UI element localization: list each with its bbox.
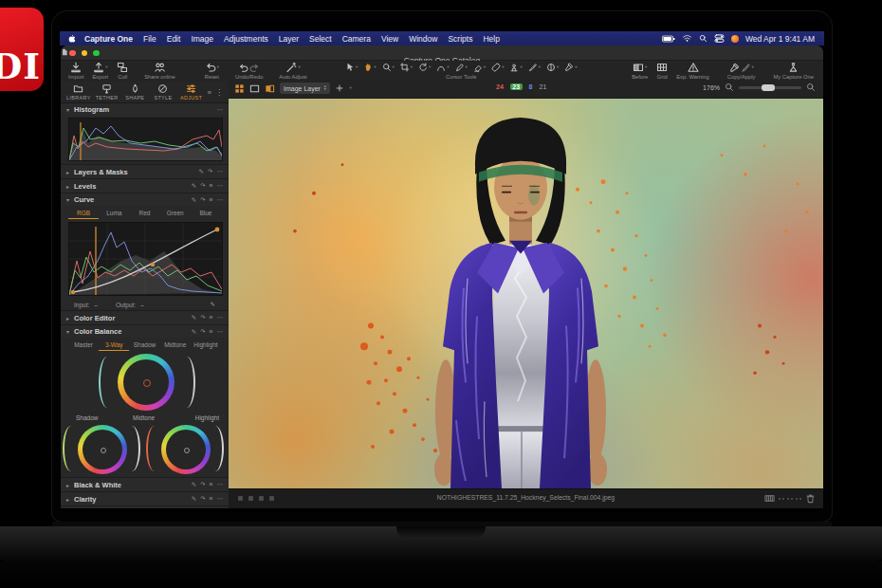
clarity-panel-row[interactable]: ▸ Clarity ✎ ↷ ≡ ⋯: [61, 492, 229, 506]
menu-window[interactable]: Window: [409, 34, 437, 44]
menu-layer[interactable]: Layer: [279, 34, 299, 44]
cull-button[interactable]: Cull: [117, 62, 128, 80]
more-icon[interactable]: ⋯: [217, 196, 224, 204]
copy-icon[interactable]: ↷: [200, 328, 205, 336]
presets-icon[interactable]: ≡: [210, 481, 213, 488]
compare-view-icon[interactable]: [265, 83, 275, 94]
curve-point-picker-icon[interactable]: ✎: [211, 301, 215, 308]
menu-image[interactable]: Image: [191, 34, 213, 44]
menubar-clock[interactable]: Wed Apr 1 9:41 AM: [745, 34, 815, 44]
zoom-level[interactable]: 176%: [703, 84, 720, 91]
highlight-color-wheel[interactable]: [161, 425, 211, 474]
grid-button[interactable]: Grid: [656, 62, 668, 80]
tab-library[interactable]: LIBRARY: [64, 83, 93, 101]
chevron-right-icon[interactable]: ▸: [66, 315, 74, 322]
count-total[interactable]: 21: [540, 83, 547, 90]
zoom-in-icon[interactable]: [806, 83, 816, 92]
spotlight-search-icon[interactable]: [699, 34, 707, 43]
menu-app-name[interactable]: Capture One: [84, 34, 133, 44]
curve-tab-rgb[interactable]: RGB: [68, 208, 99, 219]
shadow-color-wheel[interactable]: [78, 425, 127, 474]
zoom-slider-handle[interactable]: [762, 84, 775, 91]
copy-icon[interactable]: ↷: [200, 182, 205, 190]
share-online-button[interactable]: Share online: [144, 62, 175, 80]
curve-tab-red[interactable]: Red: [129, 208, 159, 218]
cb-tab-master[interactable]: Master: [68, 340, 99, 350]
highlight-right-slider[interactable]: [207, 426, 224, 471]
presets-icon[interactable]: ≡: [210, 328, 213, 336]
cb-tab-midtone[interactable]: Midtone: [160, 340, 191, 350]
erase-mask-tool[interactable]: ▾: [473, 63, 486, 72]
menu-select[interactable]: Select: [309, 34, 332, 44]
color-editor-panel-row[interactable]: ▸ Color Editor ✎ ↷ ≡ ⋯: [61, 311, 229, 325]
curve-tab-blue[interactable]: Blue: [191, 208, 221, 218]
picker-icon[interactable]: ✎: [192, 314, 196, 322]
copy-icon[interactable]: ↷: [200, 314, 205, 322]
reset-button[interactable]: ▾ Reset: [205, 62, 219, 80]
menu-help[interactable]: Help: [483, 34, 499, 44]
more-icon[interactable]: ⋯: [217, 314, 224, 322]
black-white-panel-row[interactable]: ▸ Black & White ✎ ↷ ≡ ⋯: [61, 478, 229, 492]
add-layer-caret[interactable]: ▾: [349, 86, 351, 90]
more-icon[interactable]: ⋯: [217, 495, 224, 503]
layers-masks-panel-row[interactable]: ▸ Layers & Masks ✎ ↷ ⋯: [61, 165, 229, 179]
shadow-right-slider[interactable]: [123, 426, 140, 471]
control-center-icon[interactable]: [714, 34, 725, 43]
add-layer-icon[interactable]: [335, 83, 344, 93]
apple-menu-icon[interactable]: [67, 34, 77, 44]
chevron-right-icon[interactable]: ▸: [66, 496, 74, 503]
chevron-down-icon[interactable]: ▾: [66, 106, 74, 113]
gradient-mask-tool[interactable]: ▾: [546, 63, 559, 72]
picker-icon[interactable]: ✎: [192, 182, 196, 190]
my-capture-one-button[interactable]: My Capture One: [773, 62, 814, 80]
presets-icon[interactable]: ≡: [210, 182, 213, 190]
menu-edit[interactable]: Edit: [167, 34, 181, 44]
menu-scripts[interactable]: Scripts: [448, 34, 472, 44]
shadow-wheel-handle[interactable]: [101, 448, 106, 453]
midtone-left-slider[interactable]: [99, 357, 116, 408]
filmstrip-icon[interactable]: [764, 493, 775, 504]
chevron-right-icon[interactable]: ▸: [66, 482, 74, 488]
midtone-color-wheel[interactable]: [118, 354, 175, 411]
tab-shape[interactable]: SHAPE: [120, 83, 149, 101]
exposure-warning-button[interactable]: Exp. Warning: [676, 62, 709, 80]
menu-view[interactable]: View: [381, 34, 398, 44]
copy-icon[interactable]: ↷: [200, 481, 205, 488]
picker-icon[interactable]: ✎: [192, 481, 196, 488]
auto-adjust-button[interactable]: ▾ Auto Adjust: [279, 62, 306, 80]
picker-icon[interactable]: ✎: [192, 495, 196, 503]
before-after-button[interactable]: ▾ Before: [632, 62, 648, 80]
more-icon[interactable]: ⋯: [217, 106, 224, 114]
loupe-tool[interactable]: ▾: [382, 63, 395, 72]
multi-view-icon[interactable]: [234, 83, 245, 94]
photo-viewer[interactable]: [229, 99, 823, 488]
chevron-right-icon[interactable]: ▸: [66, 183, 74, 190]
app-status-icon[interactable]: [731, 35, 739, 43]
chevron-right-icon[interactable]: ▸: [66, 169, 74, 175]
rotate-tool[interactable]: ▾: [418, 63, 431, 72]
zoom-slider[interactable]: [739, 86, 801, 89]
count-red-tag[interactable]: 24: [496, 83, 504, 90]
import-button[interactable]: Import: [68, 62, 83, 80]
undo-redo-button[interactable]: Undo/Redo: [235, 62, 263, 80]
expand-tabs-icon[interactable]: »: [208, 88, 211, 97]
more-icon[interactable]: ⋯: [217, 328, 224, 336]
levels-panel-row[interactable]: ▸ Levels ✎ ↷ ≡ ⋯: [61, 179, 229, 193]
single-view-icon[interactable]: [249, 83, 260, 94]
picker-icon[interactable]: ✎: [192, 196, 196, 204]
zoom-out-icon[interactable]: [725, 83, 734, 92]
presets-icon[interactable]: ≡: [210, 196, 213, 204]
export-button[interactable]: ▾ Export: [92, 62, 108, 80]
midtone-right-slider[interactable]: [178, 357, 195, 408]
draw-mask-tool[interactable]: ▾: [455, 63, 468, 72]
pan-tool[interactable]: ▾: [363, 63, 376, 72]
tab-style[interactable]: STYLE: [149, 83, 177, 101]
copy-icon[interactable]: ↷: [200, 495, 205, 503]
trash-icon[interactable]: [805, 493, 816, 504]
tab-overflow-icon[interactable]: ⋮: [215, 88, 223, 97]
presets-icon[interactable]: ≡: [210, 314, 213, 322]
style-brush-tool[interactable]: ▾: [528, 63, 541, 72]
select-tool[interactable]: ▾: [345, 63, 358, 72]
cb-tab-highlight[interactable]: Highlight: [191, 340, 221, 350]
more-icon[interactable]: ⋯: [217, 168, 224, 175]
